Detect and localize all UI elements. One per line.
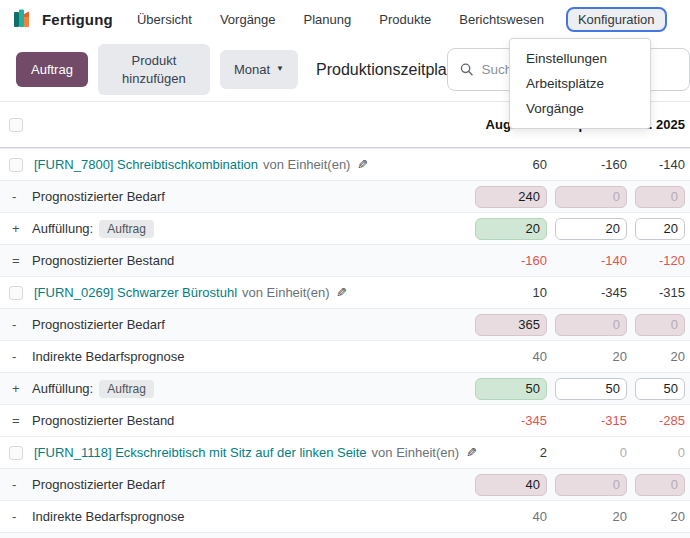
replenish-input[interactable] (475, 378, 547, 400)
indirect-value: 20 (671, 509, 685, 524)
production-schedule-table: Aug. 2025 Sept. 2025 Okt. 2025 [FURN_780… (0, 101, 690, 538)
row-sign: - (12, 189, 32, 204)
product-uom: von Einheit(en) (263, 157, 350, 172)
indirect-value: 20 (671, 349, 685, 364)
row-sign: + (12, 381, 32, 396)
menu-produkte[interactable]: Produkte (373, 7, 437, 32)
konfiguration-dropdown: Einstellungen Arbeitsplätze Vorgänge (509, 38, 651, 129)
total-value: 0 (678, 445, 685, 460)
demand-input[interactable] (555, 314, 627, 336)
demand-input[interactable] (635, 474, 685, 496)
total-value: -345 (601, 285, 627, 300)
new-order-button[interactable]: Auftrag (16, 52, 88, 87)
stock-value: -140 (601, 253, 627, 268)
replenish-input[interactable] (555, 378, 627, 400)
product-uom: von Einheit(en) (372, 445, 459, 460)
product-row: [FURN_1118] Eckschreibtisch mit Sitz auf… (0, 436, 690, 468)
menu-planung[interactable]: Planung (298, 7, 358, 32)
edit-icon[interactable]: ✎ (357, 157, 368, 172)
row-checkbox[interactable] (9, 286, 23, 300)
dropdown-item-arbeitsplaetze[interactable]: Arbeitsplätze (510, 71, 650, 96)
row-label: Prognostizierter Bedarf (32, 477, 165, 492)
procurement-badge[interactable]: Auftrag (99, 380, 154, 398)
row-label: Prognostizierter Bestand (32, 253, 174, 268)
row-label: Prognostizierter Bedarf (32, 189, 165, 204)
replenish-input[interactable] (635, 378, 685, 400)
stock-value: -120 (659, 253, 685, 268)
row-sign: - (12, 317, 32, 332)
menu-vorgaenge[interactable]: Vorgänge (214, 7, 282, 32)
indirect-value: 40 (533, 349, 547, 364)
demand-input[interactable] (555, 474, 627, 496)
replenish-input[interactable] (475, 218, 547, 240)
dropdown-item-einstellungen[interactable]: Einstellungen (510, 46, 650, 71)
row-sign: - (12, 477, 32, 492)
demand-input[interactable] (475, 474, 547, 496)
total-value: -315 (659, 285, 685, 300)
row-label: Auffüllung: (32, 381, 93, 396)
stock-value: -160 (521, 253, 547, 268)
row-label: Auffüllung: (32, 221, 93, 236)
row-label: Indirekte Bedarfsprognose (32, 349, 184, 364)
product-link[interactable]: [FURN_1118] Eckschreibtisch mit Sitz auf… (34, 445, 367, 460)
stock-value: -345 (521, 413, 547, 428)
replenish-input[interactable] (635, 218, 685, 240)
select-all-checkbox[interactable] (9, 118, 23, 132)
app-brand[interactable]: Fertigung (12, 8, 113, 30)
product-link[interactable]: [FURN_0269] Schwarzer Bürostuhl (34, 285, 237, 300)
row-checkbox[interactable] (9, 446, 23, 460)
manufacturing-app-icon (12, 8, 34, 30)
row-sign: = (12, 413, 32, 428)
stock-value: -315 (601, 413, 627, 428)
menu-uebersicht[interactable]: Übersicht (131, 7, 198, 32)
procurement-badge[interactable]: Auftrag (99, 220, 154, 238)
row-label: Indirekte Bedarfsprognose (32, 509, 184, 524)
row-label: Prognostizierter Bedarf (32, 317, 165, 332)
forecasted-demand-row: - Prognostizierter Bedarf (0, 468, 690, 500)
chevron-down-icon: ▼ (276, 64, 284, 75)
replenish-input[interactable] (555, 218, 627, 240)
product-link[interactable]: [FURN_7800] Schreibtischkombination (34, 157, 258, 172)
stock-value: -285 (659, 413, 685, 428)
edit-icon[interactable]: ✎ (336, 285, 347, 300)
row-sign: - (12, 349, 32, 364)
row-label: Prognostizierter Bestand (32, 413, 174, 428)
period-label: Monat (234, 61, 270, 79)
demand-input[interactable] (475, 314, 547, 336)
indirect-value: 20 (613, 349, 627, 364)
indirect-value: 20 (613, 509, 627, 524)
menu-berichtswesen[interactable]: Berichtswesen (453, 7, 550, 32)
replenish-row: + Auffüllung: Auftrag (0, 212, 690, 244)
total-value: 0 (620, 445, 627, 460)
menu-konfiguration[interactable]: Konfiguration (566, 7, 667, 32)
app-name: Fertigung (42, 11, 113, 28)
product-row: [FURN_7800] Schreibtischkombination von … (0, 148, 690, 180)
total-value: 2 (540, 445, 547, 460)
total-value: -140 (659, 157, 685, 172)
demand-input[interactable] (635, 314, 685, 336)
main-menu: Übersicht Vorgänge Planung Produkte Beri… (131, 7, 667, 32)
row-checkbox[interactable] (9, 158, 23, 172)
forecasted-demand-row: - Prognostizierter Bedarf (0, 180, 690, 212)
demand-input[interactable] (635, 186, 685, 208)
search-icon (460, 62, 474, 77)
forecasted-stock-row: = Prognostizierter Bestand -345 -315 -28… (0, 404, 690, 436)
indirect-value: 40 (533, 509, 547, 524)
total-value: -160 (601, 157, 627, 172)
forecasted-demand-row: - Prognostizierter Bedarf (0, 308, 690, 340)
indirect-demand-row: - Indirekte Bedarfsprognose 40 20 20 (0, 340, 690, 372)
dropdown-item-vorgaenge[interactable]: Vorgänge (510, 96, 650, 121)
indirect-demand-row: - Indirekte Bedarfsprognose 40 20 20 (0, 500, 690, 532)
demand-input[interactable] (475, 186, 547, 208)
total-value: 60 (533, 157, 547, 172)
edit-icon[interactable]: ✎ (466, 445, 477, 460)
demand-input[interactable] (555, 186, 627, 208)
product-uom: von Einheit(en) (242, 285, 329, 300)
replenish-row: + Auffüllung: Auftrag (0, 372, 690, 404)
total-value: 10 (533, 285, 547, 300)
product-row: [FURN_0269] Schwarzer Bürostuhl von Einh… (0, 276, 690, 308)
add-product-button[interactable]: Produkt hinzufügen (98, 44, 210, 95)
top-navbar: Fertigung Übersicht Vorgänge Planung Pro… (0, 0, 690, 38)
row-sign: + (12, 221, 32, 236)
period-granularity-button[interactable]: Monat ▼ (220, 50, 298, 90)
